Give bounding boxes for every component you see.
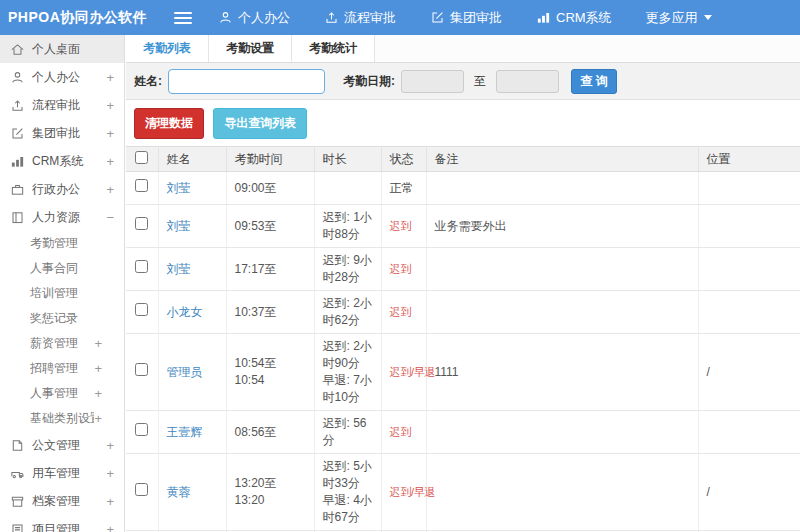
employee-name-link[interactable]: 黄蓉 (167, 485, 191, 499)
expand-plus-icon[interactable]: + (94, 361, 114, 376)
duration-cell: 迟到: 9小时28分 (314, 248, 381, 291)
doc-icon (10, 438, 25, 453)
attendance-time-cell: 10:54至10:54 (226, 334, 314, 411)
nav-item-0[interactable]: 个人办公 (218, 9, 290, 27)
status-badge: 迟到 (390, 263, 411, 275)
sidebar-item-0[interactable]: 个人桌面 (0, 35, 124, 63)
select-all-checkbox[interactable] (135, 151, 148, 164)
sidebar-item-15[interactable]: 公文管理+ (0, 431, 124, 459)
location-cell (698, 248, 800, 291)
duration-cell: 迟到: 56分 (314, 411, 381, 454)
sidebar-item-16[interactable]: 用车管理+ (0, 459, 124, 487)
sidebar-item-13[interactable]: 人事管理+ (0, 381, 124, 406)
row-checkbox[interactable] (135, 483, 148, 496)
duration-line: 迟到: 2小时90分 (323, 338, 373, 372)
expand-plus-icon[interactable]: + (106, 522, 114, 532)
filter-bar: 姓名: 考勤日期: 至 查 询 (126, 63, 800, 100)
sidebar-item-14[interactable]: 基础类别设置+ (0, 406, 124, 431)
expand-plus-icon[interactable]: + (94, 336, 114, 351)
nav-item-4[interactable]: 更多应用 (646, 9, 712, 27)
nav-item-label: 个人办公 (238, 9, 290, 27)
nav-item-2[interactable]: 集团审批 (430, 9, 502, 27)
sidebar-item-18[interactable]: 项目管理+ (0, 515, 124, 532)
column-header-4: 备注 (426, 147, 698, 172)
sidebar-item-label: 人力资源 (32, 209, 106, 226)
row-checkbox[interactable] (135, 303, 148, 316)
row-checkbox[interactable] (135, 423, 148, 436)
expand-plus-icon[interactable]: + (94, 411, 114, 426)
hamburger-menu-icon[interactable] (174, 9, 192, 27)
sidebar-item-1[interactable]: 个人办公+ (0, 63, 124, 91)
expand-plus-icon[interactable]: + (106, 182, 114, 197)
date-to-input[interactable] (496, 70, 559, 93)
sidebar-item-label: 薪资管理 (30, 335, 94, 352)
expand-plus-icon[interactable]: + (106, 494, 114, 509)
search-button[interactable]: 查 询 (571, 69, 617, 94)
table-header-row: 姓名考勤时间时长状态备注位置 (126, 147, 800, 172)
sidebar-item-label: 公文管理 (32, 437, 106, 454)
row-checkbox[interactable] (135, 363, 148, 376)
sidebar-item-3[interactable]: 集团审批+ (0, 119, 124, 147)
attendance-time-cell: 09:00至 (226, 172, 314, 205)
column-header-5: 位置 (698, 147, 800, 172)
tab-2[interactable]: 考勤统计 (292, 35, 375, 62)
sidebar-item-7[interactable]: 考勤管理 (0, 231, 124, 256)
duration-cell: 迟到: 2小时90分早退: 7小时10分 (314, 334, 381, 411)
sidebar-item-label: 个人桌面 (32, 41, 114, 58)
expand-plus-icon[interactable]: + (106, 438, 114, 453)
sidebar-item-11[interactable]: 薪资管理+ (0, 331, 124, 356)
sidebar-item-6[interactable]: 人力资源− (0, 203, 124, 231)
sidebar-item-label: 人事合同 (30, 260, 114, 277)
export-list-button[interactable]: 导出查询列表 (213, 108, 307, 139)
collapse-minus-icon[interactable]: − (106, 210, 114, 225)
sidebar-item-5[interactable]: 行政办公+ (0, 175, 124, 203)
expand-plus-icon[interactable]: + (106, 98, 114, 113)
duration-line: 迟到: 5小时33分 (323, 458, 373, 492)
employee-name-link[interactable]: 王壹辉 (167, 425, 203, 439)
nav-item-1[interactable]: 流程审批 (324, 9, 396, 27)
name-input[interactable] (168, 69, 325, 94)
expand-plus-icon[interactable]: + (106, 154, 114, 169)
row-checkbox[interactable] (135, 217, 148, 230)
column-header-1: 考勤时间 (226, 147, 314, 172)
expand-plus-icon[interactable]: + (106, 466, 114, 481)
to-label: 至 (474, 73, 486, 90)
employee-name-link[interactable]: 刘莹 (167, 219, 191, 233)
row-checkbox[interactable] (135, 260, 148, 273)
sidebar-item-9[interactable]: 培训管理 (0, 281, 124, 306)
employee-name-link[interactable]: 小龙女 (167, 305, 203, 319)
note-cell (426, 172, 698, 205)
employee-name-link[interactable]: 刘莹 (167, 181, 191, 195)
date-from-input[interactable] (401, 70, 464, 93)
employee-name-link[interactable]: 刘莹 (167, 262, 191, 276)
clean-data-button[interactable]: 清理数据 (134, 108, 204, 139)
user-icon (10, 70, 25, 85)
employee-name-link[interactable]: 管理员 (167, 365, 203, 379)
sidebar-item-17[interactable]: 档案管理+ (0, 487, 124, 515)
sidebar-item-10[interactable]: 奖惩记录 (0, 306, 124, 331)
table-row: 王壹辉08:56至迟到: 56分迟到 (126, 411, 800, 454)
expand-plus-icon[interactable]: + (94, 386, 114, 401)
nav-item-3[interactable]: CRM系统 (536, 9, 612, 27)
sidebar: 个人桌面个人办公+流程审批+集团审批+CRM系统+行政办公+人力资源−考勤管理人… (0, 35, 125, 532)
user-icon (218, 10, 233, 25)
sidebar-item-4[interactable]: CRM系统+ (0, 147, 124, 175)
duration-cell (314, 172, 381, 205)
sidebar-item-8[interactable]: 人事合同 (0, 256, 124, 281)
note-cell: 1111 (426, 334, 698, 411)
location-cell (698, 411, 800, 454)
sidebar-item-label: 集团审批 (32, 125, 106, 142)
tab-1[interactable]: 考勤设置 (209, 35, 292, 62)
duration-line: 迟到: 2小时62分 (323, 295, 373, 329)
duration-line: 迟到: 9小时28分 (323, 252, 373, 286)
expand-plus-icon[interactable]: + (106, 70, 114, 85)
sidebar-item-2[interactable]: 流程审批+ (0, 91, 124, 119)
topbar-nav: 个人办公流程审批集团审批CRM系统更多应用 (218, 9, 746, 27)
tab-0[interactable]: 考勤列表 (126, 35, 209, 62)
table-row: 黄蓉13:20至13:20迟到: 5小时33分早退: 4小时67分迟到/早退/ (126, 454, 800, 531)
attendance-time-cell: 09:53至 (226, 205, 314, 248)
expand-plus-icon[interactable]: + (106, 126, 114, 141)
sidebar-item-12[interactable]: 招聘管理+ (0, 356, 124, 381)
row-checkbox[interactable] (135, 179, 148, 192)
column-header-3: 状态 (381, 147, 426, 172)
